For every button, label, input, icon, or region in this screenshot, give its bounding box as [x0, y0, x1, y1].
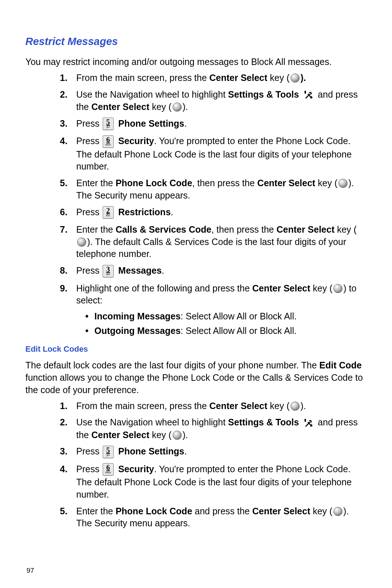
bold: Restrictions: [118, 207, 171, 217]
text: key (: [150, 430, 172, 440]
step: Enter the Calls & Services Code, then pr…: [60, 224, 365, 260]
keypad-3-icon: 3def: [103, 265, 114, 277]
step: Enter the Phone Lock Code, then press th…: [60, 177, 365, 202]
settings-tools-icon: [303, 89, 314, 100]
section-title-edit-lock-codes: Edit Lock Codes: [25, 344, 365, 355]
text: Press: [76, 136, 102, 146]
text: .: [184, 118, 187, 128]
bullet: Outgoing Messages: Select Allow All or B…: [85, 325, 365, 337]
section-title-restrict-messages: Restrict Messages: [25, 34, 365, 49]
text: Enter the: [76, 224, 115, 234]
step: Use the Navigation wheel to highlight Se…: [60, 89, 365, 113]
bold: Calls & Services Code: [115, 224, 211, 234]
svg-rect-1: [305, 91, 306, 94]
sub-bullets: Incoming Messages: Select Allow All or B…: [85, 310, 365, 337]
svg-point-0: [291, 74, 299, 82]
svg-point-9: [334, 507, 342, 516]
text: ).: [183, 430, 188, 440]
bold: Center Select: [209, 73, 268, 83]
bold: Edit Code: [319, 360, 362, 370]
text: key (: [315, 178, 338, 188]
page-number: 97: [26, 566, 34, 575]
text: .: [162, 265, 164, 275]
text: Press: [76, 464, 102, 474]
intro-paragraph: You may restrict incoming and/or outgoin…: [25, 56, 365, 68]
text: , then press the: [211, 224, 276, 234]
step: Use the Navigation wheel to highlight Se…: [60, 416, 365, 441]
text: The default lock codes are the last four…: [25, 360, 319, 370]
text: key (: [310, 283, 332, 293]
steps-list-1: From the main screen, press the Center S…: [60, 72, 365, 337]
center-select-icon: [338, 179, 348, 188]
step: Enter the Phone Lock Code and press the …: [60, 505, 365, 530]
text: key (: [268, 73, 290, 83]
bold: Settings & Tools: [228, 417, 299, 427]
text: From the main screen, press the: [76, 73, 209, 83]
bold: Center Select: [209, 401, 268, 411]
bold: Security: [118, 464, 154, 474]
text: ).: [183, 102, 188, 112]
steps-list-2: From the main screen, press the Center S…: [60, 400, 365, 530]
bold: Outgoing Messages: [94, 326, 181, 336]
svg-point-2: [173, 103, 181, 111]
center-select-icon: [172, 430, 182, 440]
text: function allows you to change the Phone …: [25, 372, 363, 395]
center-select-icon: [290, 73, 300, 83]
center-select-icon: [172, 102, 182, 112]
text: ). The default Calls & Services Code is …: [76, 237, 346, 259]
svg-point-8: [173, 431, 181, 440]
svg-point-3: [339, 179, 347, 188]
bold: Incoming Messages: [94, 311, 181, 321]
keypad-6-icon: 6mno: [103, 463, 114, 475]
bullet: Incoming Messages: Select Allow All or B…: [85, 310, 365, 323]
step: Press 3def Messages.: [60, 265, 365, 278]
settings-tools-icon: [303, 417, 314, 428]
step: Press 6mno Security. You're prompted to …: [60, 135, 365, 173]
bold: Phone Settings: [118, 446, 184, 456]
bold: Settings & Tools: [228, 89, 299, 99]
text: Use the Navigation wheel to highlight: [76, 417, 228, 427]
text: Enter the: [76, 506, 115, 516]
center-select-icon: [333, 507, 343, 516]
bold: Center Select: [277, 224, 335, 234]
svg-point-4: [77, 238, 86, 246]
keypad-5-icon: 5jkl: [103, 446, 114, 458]
text: Press: [76, 265, 102, 275]
text: : Select Allow All or Block All.: [181, 311, 297, 321]
bold: Center Select: [257, 178, 315, 188]
text: Press: [76, 446, 102, 456]
text: ).: [301, 401, 306, 411]
step: From the main screen, press the Center S…: [60, 72, 365, 84]
text: key (: [268, 401, 290, 411]
bold: Phone Lock Code: [115, 506, 192, 516]
bold: Phone Settings: [118, 118, 184, 128]
text: .: [171, 207, 173, 217]
step: Press 5jkl Phone Settings.: [60, 445, 365, 458]
text: : Select Allow All or Block All.: [181, 326, 297, 336]
bold: Messages: [118, 265, 162, 275]
center-select-icon: [333, 284, 343, 293]
intro-paragraph-2: The default lock codes are the last four…: [25, 359, 365, 396]
text: From the main screen, press the: [76, 401, 209, 411]
svg-point-6: [291, 402, 299, 411]
bold: Center Select: [252, 283, 310, 293]
text: and press the: [192, 506, 252, 516]
keypad-5-icon: 5jkl: [103, 118, 114, 130]
text: Highlight one of the following and press…: [76, 283, 252, 293]
text: Press: [76, 118, 102, 128]
step: Press 5jkl Phone Settings.: [60, 118, 365, 131]
step: From the main screen, press the Center S…: [60, 400, 365, 412]
text: key (: [335, 224, 357, 234]
bold: Security: [118, 136, 154, 146]
bold: ).: [301, 73, 306, 83]
text: key (: [150, 102, 172, 112]
keypad-2-icon: 2abc: [103, 206, 114, 219]
center-select-icon: [290, 401, 300, 411]
text: . You're prompted to enter the Phone Loc…: [76, 464, 352, 499]
text: . You're prompted to enter the Phone Loc…: [76, 136, 352, 171]
text: Press: [76, 207, 102, 217]
bold: Center Select: [91, 102, 150, 112]
bold: Phone Lock Code: [115, 178, 192, 188]
text: , then press the: [192, 178, 257, 188]
step: Press 2abc Restrictions.: [60, 206, 365, 219]
